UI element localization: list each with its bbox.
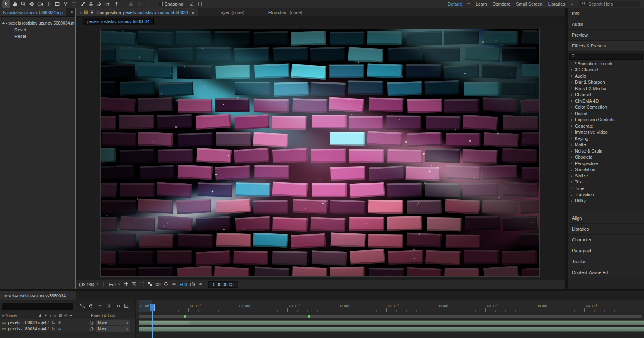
category-channel[interactable]: ›Channel (568, 92, 644, 98)
layer-entry[interactable]: pexels-...80034.mp4♟/fx⊘@None∨ (0, 326, 136, 332)
panel-tab-character[interactable]: Character (568, 235, 644, 245)
refresh-view-button[interactable] (163, 282, 169, 287)
current-time-field[interactable] (2, 302, 73, 310)
panel-tab-content-aware-fill[interactable]: Content-Aware Fill (568, 267, 644, 278)
layer-duration-bar[interactable] (139, 320, 644, 325)
playhead-line[interactable] (152, 311, 153, 338)
category-color-correction[interactable]: ›Color Correction (568, 104, 644, 111)
layer-switch[interactable]: / (48, 326, 49, 331)
transparency-grid-button[interactable] (147, 282, 153, 287)
workspace-standard[interactable]: Standard (493, 2, 511, 6)
tool-type[interactable] (70, 0, 78, 8)
mask-visibility-button[interactable] (131, 282, 136, 287)
snapshot-button[interactable] (190, 282, 195, 287)
graph-editor-button[interactable] (124, 303, 129, 309)
category-immersive-video[interactable]: ›Immersive Video (568, 129, 644, 136)
panel-menu-icon[interactable]: ≡ (192, 10, 194, 15)
layer-switch[interactable]: fx (52, 320, 55, 324)
category-animation-presets[interactable]: ›* Animation Presets (568, 60, 644, 67)
panel-tab-info[interactable]: Info (568, 8, 644, 19)
tool-eraser[interactable] (95, 0, 103, 8)
effect-reset-button[interactable]: Reset (0, 27, 75, 33)
category-distort[interactable]: ›Distort (568, 110, 644, 117)
layer-switch[interactable]: fx (52, 326, 55, 331)
timecode-display[interactable]: 0:00:00:03 (208, 281, 238, 288)
category-blur-sharpen[interactable]: ›Blur & Sharpen (568, 79, 644, 86)
panel-tab-paragraph[interactable]: Paragraph (568, 245, 644, 256)
tool-hand[interactable] (11, 0, 19, 8)
time-ruler[interactable]: 0:00f00:12f01:00f01:12f02:00f02:12f03:00… (136, 300, 644, 312)
category-keying[interactable]: ›Keying (568, 135, 644, 142)
tool-brush[interactable] (78, 0, 87, 8)
layer-tab[interactable]: Layer (none) (215, 8, 248, 16)
layer-name[interactable]: pexels-...80034.mp4 (8, 320, 46, 325)
layer-entry[interactable]: pexels-...80034.mp4♟/fx⊘@None∨ (0, 319, 136, 326)
tool-snap-box[interactable] (196, 0, 204, 8)
region-of-interest-button[interactable] (139, 282, 144, 287)
panel-tab-align[interactable]: Align (568, 213, 644, 224)
magnification-dropdown[interactable]: (62.1%) ∨ (79, 282, 98, 287)
frame-blend-button[interactable] (106, 303, 111, 309)
tool-snap-angle[interactable] (188, 0, 196, 8)
tool-roto-brush[interactable] (104, 0, 112, 8)
panel-tab-libraries[interactable]: Libraries (568, 224, 644, 235)
category-perspective[interactable]: ›Perspective (568, 160, 644, 167)
tool-pen[interactable] (62, 0, 70, 8)
tool-camera[interactable] (36, 0, 44, 8)
motion-blur-button[interactable] (115, 303, 120, 309)
panel-menu-icon[interactable]: ≡ (70, 293, 73, 298)
composition-tab[interactable]: × Composition pexels-rostislav-uzunov-56… (76, 8, 198, 16)
mini-flowchart-button[interactable] (80, 303, 85, 309)
category-boris-fx-mocha[interactable]: ›Boris FX Mocha (568, 85, 644, 92)
tool-pan-behind[interactable] (45, 0, 53, 8)
panel-overflow-chevron[interactable]: » (71, 9, 73, 14)
lock-icon[interactable] (90, 10, 94, 15)
layer-switch[interactable]: ♟ (41, 320, 45, 324)
workspace-libraries[interactable]: Libraries (548, 2, 565, 6)
workspace-overflow-chevron[interactable]: » (571, 2, 573, 6)
category-matte[interactable]: ›Matte (568, 142, 644, 148)
category-obsolete[interactable]: ›Obsolete (568, 154, 644, 161)
pickwhip-icon[interactable]: @ (89, 326, 94, 331)
playhead-handle[interactable] (150, 304, 155, 311)
snapping-toggle[interactable]: Snapping (159, 2, 184, 6)
viewer-tab[interactable]: pexels-rostislav-uzunov-5680034 (83, 18, 154, 25)
exposure-value[interactable]: +00 (180, 282, 187, 287)
channels-button[interactable] (171, 282, 177, 287)
shy-button[interactable] (97, 303, 103, 309)
snapping-checkbox[interactable] (159, 2, 163, 6)
layer-switch[interactable]: ⊘ (58, 326, 62, 331)
tool-zoom[interactable] (19, 0, 27, 8)
composition-viewport[interactable] (76, 25, 565, 280)
category-text[interactable]: ›Text (568, 179, 644, 185)
resolution-dropdown[interactable]: Full ∨ (109, 282, 120, 287)
category-generate[interactable]: ›Generate (568, 123, 644, 129)
category-stylize[interactable]: ›Stylize (568, 173, 644, 179)
draft-3d-button[interactable] (89, 303, 94, 309)
effect-reset-button[interactable]: Reset (0, 33, 75, 39)
workspace-learn[interactable]: Learn (475, 2, 487, 6)
workspace-default[interactable]: Default (448, 2, 462, 6)
timeline-tab[interactable]: pexels-rostislav-uzunov-5680034 ≡ (0, 291, 76, 300)
show-snapshot-button[interactable] (198, 282, 203, 287)
layer-switch[interactable]: ♟ (41, 326, 45, 331)
category-expression-controls[interactable]: ›Expression Controls (568, 117, 644, 123)
category-transition[interactable]: ›Transition (568, 192, 644, 198)
panel-tab-audio[interactable]: Audio (568, 19, 644, 30)
grid-options-button[interactable] (123, 282, 128, 287)
help-search-input[interactable]: Search Help (579, 1, 640, 7)
layer-duration-bar[interactable] (139, 327, 644, 332)
category-3d-channel[interactable]: ›3D Channel (568, 67, 644, 73)
pickwhip-icon[interactable]: @ (89, 320, 94, 325)
tool-puppet-pin[interactable] (112, 0, 120, 8)
category-cinema-4d[interactable]: ›CINEMA 4D (568, 98, 644, 104)
tool-selection[interactable] (2, 0, 10, 8)
layer-name[interactable]: pexels-...80034.mp4 (8, 326, 46, 331)
close-icon[interactable]: × (79, 10, 82, 15)
workspace-menu-icon[interactable]: ≡ (467, 2, 470, 6)
tool-clone-stamp[interactable] (87, 0, 95, 8)
effects-presets-search-input[interactable] (569, 53, 643, 60)
work-area-bar[interactable] (139, 315, 642, 318)
effect-controls-tab[interactable]: ls-rostislav-uzunov-5680034.mp (0, 8, 66, 16)
camera-wireframe-button[interactable] (155, 282, 161, 287)
